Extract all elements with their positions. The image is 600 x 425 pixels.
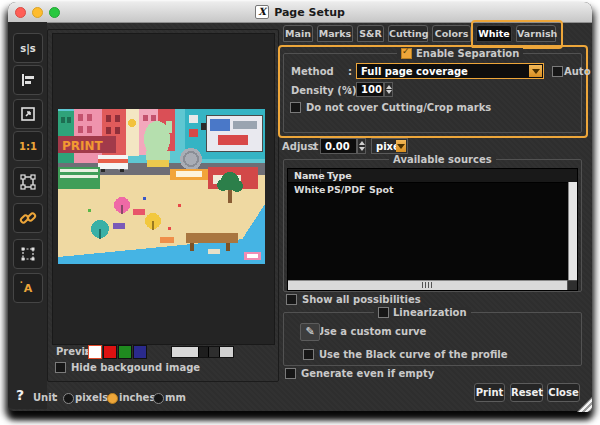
- frame-tool-button[interactable]: [13, 167, 43, 197]
- hide-background-checkbox[interactable]: [55, 362, 66, 373]
- close-button[interactable]: Close: [547, 383, 580, 402]
- sources-table: Name Type White PS/PDF Spot: [287, 168, 578, 291]
- adjust-unit-dropdown-arrow-icon[interactable]: [396, 140, 406, 152]
- svg-text:PRINT: PRINT: [62, 139, 104, 153]
- adjust-stepper[interactable]: [357, 138, 366, 154]
- use-custom-curve-label: Use a custom curve: [316, 326, 426, 337]
- density-stepper[interactable]: [384, 82, 393, 97]
- unit-radio-inches[interactable]: [107, 393, 118, 404]
- tab-colors[interactable]: Colors: [432, 25, 471, 42]
- vertical-scrollbar[interactable]: [568, 182, 577, 281]
- preview-canvas: PRINT: [52, 33, 275, 345]
- method-dropdown-arrow-icon[interactable]: [529, 65, 542, 77]
- transform-icon: [20, 246, 36, 262]
- show-all-possibilities-checkbox[interactable]: [286, 294, 297, 305]
- generate-even-if-empty-checkbox[interactable]: [285, 368, 296, 379]
- preview-gray-ramp: [171, 346, 234, 358]
- tab-marks[interactable]: Marks: [317, 25, 353, 42]
- one-to-one-tool-button[interactable]: 1:1: [13, 131, 43, 161]
- no-cover-marks-checkbox[interactable]: [290, 102, 301, 113]
- hide-background-label: Hide backgound image: [71, 362, 200, 373]
- frame-icon: [20, 174, 36, 190]
- method-label: Method: [291, 66, 334, 77]
- sources-table-header: Name Type: [288, 169, 577, 183]
- linearization-title: Linearization: [393, 307, 467, 318]
- column-type: Type: [321, 169, 352, 182]
- use-black-curve-label: Use the Black curve of the profile: [319, 349, 508, 360]
- page-setup-dialog: X Page Setup s|s 1:1: [8, 2, 592, 411]
- preview-swatch-white[interactable]: [88, 345, 102, 359]
- preview-swatch-red[interactable]: [103, 345, 117, 359]
- print-button[interactable]: Print: [474, 383, 505, 402]
- reset-button[interactable]: Reset: [510, 383, 543, 402]
- preview-panel: PRINT: [47, 29, 279, 382]
- adjust-value: 0.00: [325, 141, 350, 152]
- resize-grip[interactable]: [577, 397, 592, 412]
- linearization-checkbox[interactable]: [378, 307, 389, 318]
- enable-separation-label: Enable Separation: [416, 48, 519, 59]
- generate-even-if-empty-label: Generate even if empty: [301, 368, 434, 379]
- mirror-icon: s|s: [20, 43, 36, 54]
- unit-mm-label: mm: [165, 392, 186, 403]
- unit-radio-pixels[interactable]: [63, 393, 74, 404]
- column-name: Name: [288, 169, 321, 182]
- available-sources-title: Available sources: [393, 154, 492, 165]
- tab-cutting[interactable]: Cutting: [388, 25, 428, 42]
- no-cover-marks-label: Do not cover Cutting/Crop marks: [306, 102, 491, 113]
- help-button[interactable]: ?: [16, 387, 24, 403]
- tab-main[interactable]: Main: [283, 25, 313, 42]
- horizontal-scrollbar[interactable]: [288, 280, 568, 290]
- transform-tool-button[interactable]: [13, 239, 43, 269]
- link-tool-button[interactable]: [13, 203, 43, 233]
- tab-sr[interactable]: S&R: [357, 25, 384, 42]
- mirror-tool-button[interactable]: s|s: [13, 33, 43, 63]
- separation-group: Enable Separation Method : Full page cov…: [283, 53, 582, 133]
- unit-pixels-label: pixels: [75, 392, 108, 403]
- tab-white[interactable]: White: [476, 25, 512, 42]
- unit-inches-label: inches: [119, 392, 155, 403]
- show-all-possibilities-label: Show all possibilities: [302, 294, 421, 305]
- scale-tool-button[interactable]: [13, 99, 43, 129]
- annotation-tool-button[interactable]: · A: [13, 273, 43, 303]
- x11-app-icon: X: [255, 5, 269, 19]
- scale-icon: [20, 106, 36, 122]
- titlebar: X Page Setup: [8, 2, 592, 23]
- enable-separation-checkbox[interactable]: [401, 48, 412, 59]
- method-select[interactable]: Full page coverage: [356, 63, 544, 79]
- table-row[interactable]: White PS/PDF Spot: [288, 183, 568, 196]
- preview-image: PRINT: [58, 109, 265, 264]
- adjust-unit-select[interactable]: pixel: [371, 138, 408, 154]
- one-to-one-icon: 1:1: [19, 141, 37, 152]
- unit-label: Unit: [33, 392, 56, 403]
- annotation-icon: · A: [24, 282, 33, 295]
- use-black-curve-checkbox[interactable]: [303, 349, 314, 360]
- density-value: 100: [361, 84, 382, 95]
- edit-curve-button[interactable]: ✎: [300, 323, 320, 341]
- auto-label: Auto: [564, 66, 591, 77]
- preview-swatch-green[interactable]: [118, 345, 132, 359]
- scrollbar-corner: [567, 280, 577, 290]
- method-value: Full page coverage: [361, 66, 468, 77]
- window-title: Page Setup: [274, 6, 345, 19]
- toolbar-sidebar: s|s 1:1: [8, 22, 47, 409]
- align-tool-button[interactable]: [13, 65, 43, 95]
- density-input[interactable]: 100: [356, 82, 384, 97]
- unit-radio-mm[interactable]: [153, 393, 164, 404]
- linearization-group: Linearization Use a custom curve ✎ Use t…: [283, 312, 582, 366]
- tab-varnish[interactable]: Varnish: [516, 25, 556, 42]
- pencil-icon: ✎: [305, 325, 314, 338]
- adjust-input[interactable]: 0.00: [320, 138, 357, 154]
- link-icon: [19, 209, 37, 227]
- align-left-icon: [20, 72, 36, 88]
- density-label: Density (%): [291, 85, 357, 96]
- available-sources-group: Available sources Name Type White PS/PDF…: [283, 159, 582, 292]
- preview-swatch-blue[interactable]: [133, 345, 147, 359]
- auto-checkbox[interactable]: [552, 66, 563, 77]
